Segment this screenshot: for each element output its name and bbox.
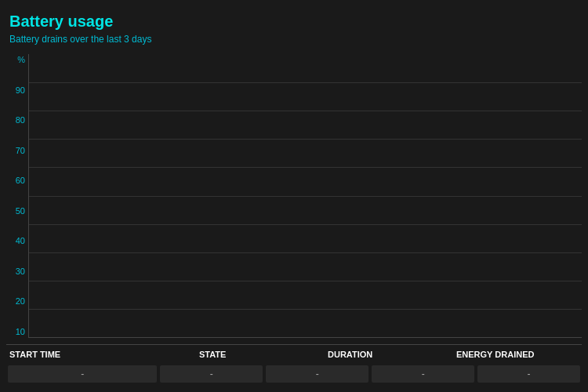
page-subtitle: Battery drains over the last 3 days <box>9 34 579 45</box>
grid-line-90 <box>29 82 582 83</box>
y-axis: % 90 80 70 60 50 40 30 20 10 <box>6 54 28 338</box>
col-header-state: STATE <box>196 350 325 359</box>
y-label-60: 60 <box>6 176 28 185</box>
grid-line-80 <box>29 111 582 111</box>
col-header-energy-drained: ENERGY DRAINED <box>453 350 582 359</box>
table-section: START TIME STATE DURATION ENERGY DRAINED… <box>6 344 582 386</box>
grid-line-50 <box>29 196 582 197</box>
y-label-90: 90 <box>6 86 28 95</box>
chart-plot <box>28 54 582 338</box>
grid-line-40 <box>29 224 582 225</box>
y-label-70: 70 <box>6 147 28 155</box>
y-label-20: 20 <box>6 297 28 306</box>
cell-duration: - <box>266 365 368 383</box>
y-label-percent: % <box>6 56 28 64</box>
header: Battery usage Battery drains over the la… <box>6 13 582 48</box>
page-title: Battery usage <box>9 13 579 31</box>
cell-state: - <box>160 365 263 383</box>
grid-line-60 <box>29 167 582 168</box>
table-row: - - - - - <box>6 362 582 386</box>
chart-inner: % 90 80 70 60 50 40 30 20 10 <box>6 54 582 338</box>
grid-line-70 <box>29 139 582 140</box>
chart-area: % 90 80 70 60 50 40 30 20 10 <box>6 54 582 338</box>
cell-energy-drained-2: - <box>477 365 580 383</box>
y-label-80: 80 <box>6 116 28 125</box>
y-label-40: 40 <box>6 237 28 245</box>
grid-line-30 <box>29 252 582 253</box>
y-label-10: 10 <box>6 328 28 336</box>
y-label-30: 30 <box>6 267 28 276</box>
y-label-50: 50 <box>6 207 28 216</box>
col-header-duration: DURATION <box>325 350 453 359</box>
cell-energy-drained-1: - <box>372 365 474 383</box>
col-header-start-time: START TIME <box>6 350 196 359</box>
grid-line-20 <box>29 281 582 281</box>
cell-start-time: - <box>8 365 157 383</box>
main-container: Battery usage Battery drains over the la… <box>0 0 588 392</box>
table-header: START TIME STATE DURATION ENERGY DRAINED <box>6 345 582 362</box>
grid-line-10 <box>29 309 582 310</box>
